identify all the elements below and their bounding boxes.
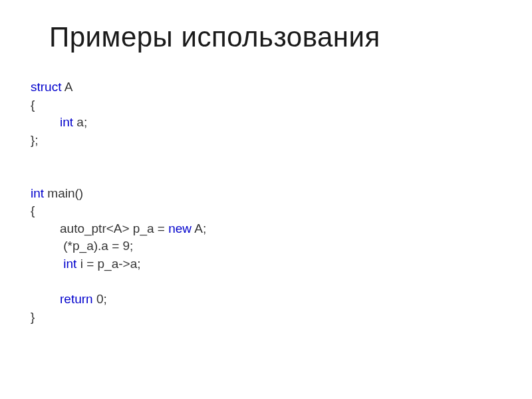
code-line-struct-close: };: [31, 132, 532, 150]
main-signature: main(): [44, 186, 83, 200]
code-line-autoptr: auto_ptr<A> p_a = new A;: [31, 220, 532, 238]
code-line-main: int main(): [31, 185, 532, 203]
arrow-access: i = p_a->a;: [76, 257, 140, 271]
keyword-struct: struct: [31, 80, 61, 94]
autoptr-pre: auto_ptr<A> p_a =: [60, 221, 168, 235]
code-block: struct A { int a; }; int main() { auto_p…: [0, 53, 532, 326]
keyword-new: new: [168, 221, 192, 235]
code-line-return: return 0;: [31, 291, 532, 309]
keyword-int: int: [60, 115, 73, 129]
slide-title: Примеры использования: [0, 0, 532, 53]
code-line-blank: [31, 149, 532, 167]
member-decl: a;: [73, 115, 87, 129]
code-line-close: }: [31, 309, 532, 327]
code-line-brace: {: [31, 96, 532, 114]
code-line-arrow: int i = p_a->a;: [31, 255, 532, 273]
code-line-deref: (*p_a).a = 9;: [31, 237, 532, 255]
code-line-member: int a;: [31, 114, 532, 132]
code-line-blank: [31, 273, 532, 291]
code-line-brace: {: [31, 202, 532, 220]
keyword-return: return: [60, 292, 93, 306]
deref-assign: (*p_a).a = 9;: [60, 239, 133, 253]
autoptr-post: A;: [192, 221, 206, 235]
code-line-struct: struct A: [31, 78, 532, 96]
return-value: 0;: [93, 292, 107, 306]
code-line-blank: [31, 167, 532, 185]
struct-name: A: [61, 80, 72, 94]
keyword-int: int: [60, 257, 76, 271]
keyword-int: int: [31, 186, 44, 200]
